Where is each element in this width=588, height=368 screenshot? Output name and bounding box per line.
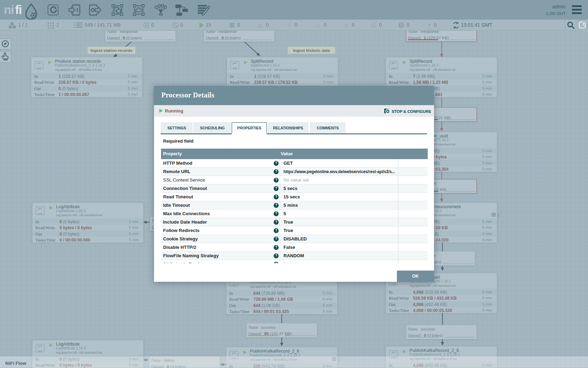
svg-text:1: 1 — [497, 213, 499, 217]
svg-text:LOG OUT: LOG OUT — [546, 11, 566, 16]
svg-text:?: ? — [428, 23, 431, 29]
svg-text:ni: ni — [4, 3, 14, 16]
svg-text:fi: fi — [15, 3, 21, 16]
svg-text:admin: admin — [552, 4, 566, 9]
